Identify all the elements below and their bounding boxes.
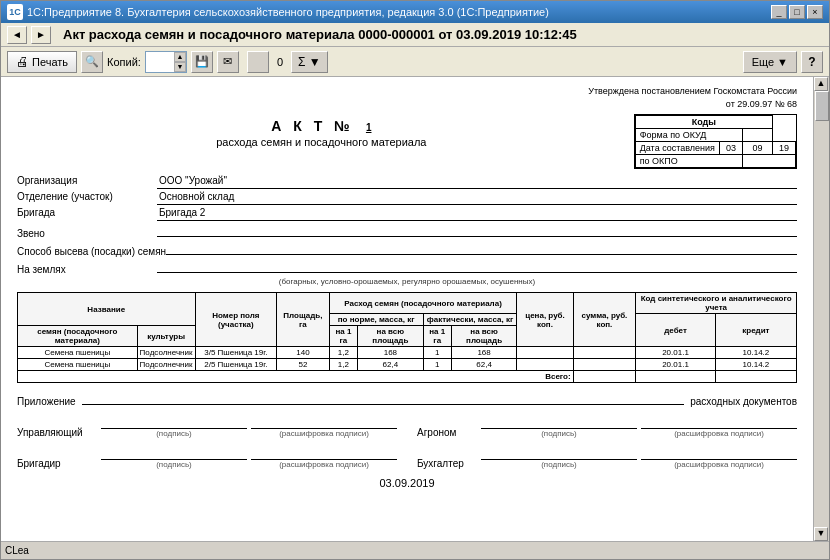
row2-fact-all: 62,4 — [451, 359, 517, 371]
printer-icon: 🖨 — [16, 54, 29, 69]
scroll-track — [814, 91, 829, 527]
okpo-label: по ОКПО — [635, 155, 742, 168]
approved-line2: от 29.09.97 № 68 — [726, 99, 797, 109]
brigade-label: Бригада — [17, 207, 157, 218]
row2-amount — [573, 359, 636, 371]
bukhgalter-row: Бухгалтер (подпись) (расшифровка подписи… — [417, 446, 797, 469]
dept-row: Отделение (участок) Основной склад — [17, 191, 797, 205]
act-title: А К Т № 1 — [17, 118, 626, 134]
codes-header: Коды — [635, 116, 772, 129]
act-word: А К Т № — [271, 118, 353, 134]
row1-debet: 20.01.1 — [636, 347, 716, 359]
dept-label: Отделение (участок) — [17, 191, 157, 202]
bottom-section: Приложение расходных документов Управляю… — [17, 391, 797, 489]
th-debet: дебет — [636, 314, 716, 347]
row1-seed: Семена пшеницы — [18, 347, 138, 359]
total-debet — [636, 371, 716, 383]
copy-input[interactable]: 1 — [146, 53, 174, 71]
spin-up-button[interactable]: ▲ — [174, 52, 186, 62]
doc-title: Акт расхода семян и посадочного материал… — [63, 27, 577, 42]
th-seeds: семян (посадочного материала) — [18, 326, 138, 347]
row1-price — [517, 347, 573, 359]
org-row: Организация ООО "Урожай" — [17, 175, 797, 189]
th-per1ga-fact: на 1 га — [423, 326, 451, 347]
act-subtitle: расхода семян и посадочного материала — [17, 136, 626, 148]
row2-culture: Подсолнечник — [137, 359, 195, 371]
row2-price — [517, 359, 573, 371]
mail-button[interactable]: ✉ — [217, 51, 239, 73]
eshe-button[interactable]: Еще ▼ — [743, 51, 797, 73]
upravl-row: Управляющий (подпись) (расшифровка подпи… — [17, 415, 397, 438]
date-year: 19 — [772, 142, 795, 155]
brigadir-rashifr-label: (расшифровка подписи) — [251, 460, 397, 469]
back-button[interactable]: ◄ — [7, 26, 27, 44]
left-signatures: Управляющий (подпись) (расшифровка подпи… — [17, 415, 397, 469]
print-button[interactable]: 🖨 Печать — [7, 51, 77, 73]
th-amount: сумма, руб. коп. — [573, 293, 636, 347]
bukhgalter-line — [481, 446, 637, 460]
upravl-line — [101, 415, 247, 429]
brigadir-rashifr — [251, 446, 397, 460]
document-content: Утверждена постановлением Госкомстата Ро… — [1, 77, 813, 541]
okud-label: Форма по ОКУД — [635, 129, 742, 142]
zveno-row: Звено — [17, 223, 797, 239]
scroll-down-button[interactable]: ▼ — [814, 527, 828, 541]
close-button[interactable]: × — [807, 5, 823, 19]
brigade-row: Бригада Бригада 2 — [17, 207, 797, 221]
row2-norm-1ga: 1,2 — [329, 359, 357, 371]
total-row: Всего: — [18, 371, 797, 383]
save-button[interactable]: 💾 — [191, 51, 213, 73]
status-text: CLea — [5, 545, 29, 556]
row1-amount — [573, 347, 636, 359]
print-label: Печать — [32, 56, 68, 68]
lands-value — [157, 259, 797, 273]
total-kredit — [715, 371, 796, 383]
upravl-rashifr — [251, 415, 397, 429]
lands-note: (богарных, условно-орошаемых, регулярно … — [17, 277, 797, 286]
upravl-label: Управляющий — [17, 427, 97, 438]
dept-value: Основной склад — [157, 191, 797, 205]
row2-kredit: 10.14.2 — [715, 359, 796, 371]
th-field: Номер поля (участка) — [195, 293, 277, 347]
table-row: Семена пшеницы Подсолнечник 3/5 Пшеница … — [18, 347, 797, 359]
method-row: Способ высева (посадки) семян — [17, 241, 797, 257]
agronom-line — [481, 415, 637, 429]
scroll-up-button[interactable]: ▲ — [814, 77, 828, 91]
agronom-rashifr — [641, 415, 797, 429]
th-culture: культуры — [137, 326, 195, 347]
title-bar-left: 1С 1С:Предприятие 8. Бухгалтерия сельско… — [7, 4, 549, 20]
th-kredit: кредит — [715, 314, 796, 347]
preview-button[interactable]: 🔍 — [81, 51, 103, 73]
okud-value — [742, 129, 772, 142]
app-icon: 1С — [7, 4, 23, 20]
row1-norm-1ga: 1,2 — [329, 347, 357, 359]
sigma-button[interactable]: Σ ▼ — [291, 51, 328, 73]
lands-label: На землях — [17, 264, 157, 275]
main-table: Название Номер поля (участка) Площадь, г… — [17, 292, 797, 383]
row1-fact-1ga: 1 — [423, 347, 451, 359]
scrollbar[interactable]: ▲ ▼ — [813, 77, 829, 541]
forward-button[interactable]: ► — [31, 26, 51, 44]
date-month: 09 — [742, 142, 772, 155]
act-number: 1 — [366, 122, 372, 133]
minimize-button[interactable]: _ — [771, 5, 787, 19]
settings-icon-btn[interactable] — [247, 51, 269, 73]
scroll-thumb[interactable] — [815, 91, 829, 121]
right-signatures: Агроном (подпись) (расшифровка подписи) — [417, 415, 797, 469]
signatures-section: Управляющий (подпись) (расшифровка подпи… — [17, 415, 797, 469]
table-row: Семена пшеницы Подсолнечник 2/5 Пшеница … — [18, 359, 797, 371]
spin-down-button[interactable]: ▼ — [174, 62, 186, 72]
row1-norm-all: 168 — [358, 347, 424, 359]
row1-culture: Подсолнечник — [137, 347, 195, 359]
row2-area: 52 — [277, 359, 329, 371]
agronom-label: Агроном — [417, 427, 477, 438]
brigadir-podpis: (подпись) — [101, 460, 247, 469]
upravl-rashifr-label: (расшифровка подписи) — [251, 429, 397, 438]
row2-norm-all: 62,4 — [358, 359, 424, 371]
row1-area: 140 — [277, 347, 329, 359]
raskhod-label: расходных документов — [690, 396, 797, 407]
help-button[interactable]: ? — [801, 51, 823, 73]
maximize-button[interactable]: □ — [789, 5, 805, 19]
brigadir-line — [101, 446, 247, 460]
agronom-rashifr-label: (расшифровка подписи) — [641, 429, 797, 438]
